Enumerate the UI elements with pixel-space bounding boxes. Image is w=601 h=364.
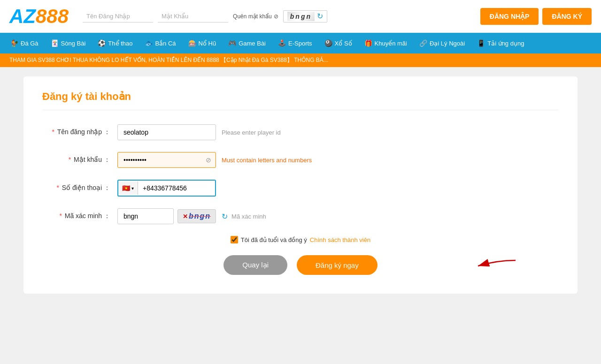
nav-item-dai-ly[interactable]: 🔗 Đại Lý Ngoài	[414, 33, 470, 53]
tai-app-icon: 📱	[477, 39, 485, 47]
nav-item-esports[interactable]: 🕹️ E-Sports	[272, 33, 318, 53]
username-label: * Tên đăng nhập ：	[42, 128, 117, 136]
password-label: * Mật khẩu ：	[42, 156, 117, 164]
khuyen-mai-icon: 🎁	[364, 39, 372, 47]
phone-wrapper: 🇻🇳 ▾	[117, 180, 216, 197]
registration-form-card: Đăng ký tài khoản * Tên đăng nhập ： Plea…	[23, 76, 578, 294]
captcha-row: * Mã xác minh ： ✕ bngn ↻ Mã xác minh	[42, 208, 559, 224]
logo-888: 888	[36, 5, 69, 28]
phone-flag[interactable]: 🇻🇳 ▾	[118, 182, 138, 195]
phone-label: * Số điện thoại ：	[42, 184, 117, 192]
terms-label: Tôi đã đủ tuổi và đồng ý	[241, 236, 307, 243]
captcha-hint: Mã xác minh	[231, 213, 266, 220]
logo: AZ 888	[9, 5, 69, 28]
login-password-input[interactable]	[158, 10, 228, 23]
main-content: Đăng ký tài khoản * Tên đăng nhập ： Plea…	[0, 67, 601, 363]
arrow-container	[465, 255, 521, 275]
nav-item-xo-so[interactable]: 🎱 Xổ Số	[319, 33, 358, 53]
register-now-button[interactable]: Đăng ký ngay	[297, 255, 378, 275]
header-captcha-refresh[interactable]: ↻	[317, 12, 323, 21]
main-nav: 🐓 Đá Gà 🃏 Sòng Bài ⚽ Thể thao 🐟 Bắn Cá 🎰…	[0, 33, 601, 53]
logo-az: AZ	[9, 5, 36, 28]
phone-input[interactable]	[138, 181, 216, 196]
nav-item-the-thao[interactable]: ⚽ Thể thao	[92, 33, 138, 53]
header-captcha-text: bngn	[287, 12, 315, 21]
terms-checkbox-row: Tôi đã đủ tuổi và đồng ý Chính sách thàn…	[42, 236, 559, 243]
phone-field-group: 🇻🇳 ▾	[117, 180, 216, 197]
nav-item-no-hu[interactable]: 🎰 Nổ Hũ	[183, 33, 222, 53]
da-ga-icon: 🐓	[10, 39, 18, 47]
password-toggle-icon[interactable]: ⊘	[206, 156, 211, 164]
nav-item-da-ga[interactable]: 🐓 Đá Gà	[5, 33, 44, 53]
header-inputs: Quên mật khẩu ⊘ bngn ↻	[83, 10, 476, 23]
password-error: Must contain letters and numbers	[222, 157, 312, 164]
password-wrapper: ⊘	[117, 152, 216, 168]
password-row: * Mật khẩu ： ⊘ Must contain letters and …	[42, 152, 559, 168]
captcha-refresh-icon[interactable]: ↻	[222, 212, 228, 221]
password-input[interactable]	[117, 152, 216, 168]
ban-ca-icon: 🐟	[145, 39, 153, 47]
captcha-image: ✕ bngn	[177, 209, 216, 223]
login-username-input[interactable]	[83, 10, 153, 23]
captcha-input[interactable]	[117, 208, 174, 224]
header-buttons: ĐĂNG NHẬP ĐĂNG KÝ	[480, 8, 592, 25]
username-field-group: Please enter player id	[117, 124, 281, 140]
header-captcha: bngn ↻	[283, 10, 327, 23]
username-hint: Please enter player id	[222, 129, 281, 136]
action-buttons: Quay lại Đăng ký ngay	[42, 255, 559, 275]
phone-row: * Số điện thoại ： 🇻🇳 ▾	[42, 180, 559, 197]
login-button[interactable]: ĐĂNG NHẬP	[480, 8, 539, 25]
captcha-field-group: ✕ bngn ↻ Mã xác minh	[117, 208, 266, 224]
song-bai-icon: 🃏	[51, 39, 59, 47]
esports-icon: 🕹️	[278, 39, 286, 47]
register-button[interactable]: ĐĂNG KÝ	[542, 8, 592, 25]
header: AZ 888 Quên mật khẩu ⊘ bngn ↻ ĐĂNG NHẬP …	[0, 0, 601, 33]
username-row: * Tên đăng nhập ： Please enter player id	[42, 124, 559, 140]
captcha-label: * Mã xác minh ：	[42, 212, 117, 220]
the-thao-icon: ⚽	[98, 39, 106, 47]
nav-item-khuyen-mai[interactable]: 🎁 Khuyến mãi	[359, 33, 413, 53]
forgot-password-link[interactable]: Quên mật khẩu ⊘	[233, 13, 278, 20]
xo-so-icon: 🎱	[324, 39, 332, 47]
nav-item-tai-app[interactable]: 📱 Tải ứng dụng	[471, 33, 530, 53]
nav-item-song-bai[interactable]: 🃏 Sòng Bài	[45, 33, 92, 53]
arrow-icon	[465, 255, 521, 273]
no-hu-icon: 🎰	[188, 39, 196, 47]
back-button[interactable]: Quay lại	[223, 255, 287, 275]
username-input[interactable]	[117, 124, 216, 140]
captcha-img-text: bngn	[189, 212, 211, 220]
policy-link[interactable]: Chính sách thành viên	[310, 236, 370, 243]
password-field-group: ⊘ Must contain letters and numbers	[117, 152, 312, 168]
ticker-bar: THAM GIA SV388 CHƠI THUA KHÔNG LO HẾT VỐ…	[0, 53, 601, 67]
dai-ly-icon: 🔗	[419, 39, 427, 47]
nav-item-game-bai[interactable]: 🎮 Game Bài	[223, 33, 271, 53]
terms-checkbox[interactable]	[231, 236, 238, 243]
form-title: Đăng ký tài khoản	[42, 91, 559, 110]
game-bai-icon: 🎮	[228, 39, 236, 47]
nav-item-ban-ca[interactable]: 🐟 Bắn Cá	[139, 33, 181, 53]
